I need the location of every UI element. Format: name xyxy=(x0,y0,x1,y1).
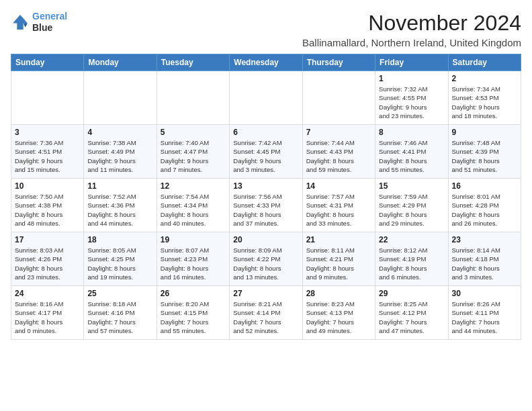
calendar-cell xyxy=(11,71,84,125)
svg-marker-0 xyxy=(13,15,28,30)
calendar-cell: 16Sunrise: 8:01 AM Sunset: 4:28 PM Dayli… xyxy=(448,179,521,232)
day-number: 18 xyxy=(87,235,152,244)
day-info: Sunrise: 8:11 AM Sunset: 4:21 PM Dayligh… xyxy=(306,246,371,281)
calendar-week-row: 24Sunrise: 8:16 AM Sunset: 4:17 PM Dayli… xyxy=(11,286,521,340)
day-number: 10 xyxy=(15,181,80,191)
weekday-header: Thursday xyxy=(302,54,375,71)
day-info: Sunrise: 7:38 AM Sunset: 4:49 PM Dayligh… xyxy=(87,138,152,174)
calendar-cell: 26Sunrise: 8:20 AM Sunset: 4:15 PM Dayli… xyxy=(157,286,229,340)
day-info: Sunrise: 7:42 AM Sunset: 4:45 PM Dayligh… xyxy=(233,138,298,174)
day-info: Sunrise: 7:34 AM Sunset: 4:53 PM Dayligh… xyxy=(452,85,517,120)
day-info: Sunrise: 8:23 AM Sunset: 4:13 PM Dayligh… xyxy=(306,300,371,335)
calendar-cell: 20Sunrise: 8:09 AM Sunset: 4:22 PM Dayli… xyxy=(230,232,302,286)
day-number: 16 xyxy=(452,181,517,191)
calendar-cell: 3Sunrise: 7:36 AM Sunset: 4:51 PM Daylig… xyxy=(11,125,84,179)
weekday-header: Wednesday xyxy=(230,54,302,71)
day-number: 8 xyxy=(379,128,444,137)
calendar-cell: 1Sunrise: 7:32 AM Sunset: 4:55 PM Daylig… xyxy=(375,71,448,125)
day-info: Sunrise: 8:05 AM Sunset: 4:25 PM Dayligh… xyxy=(87,246,152,281)
day-info: Sunrise: 7:52 AM Sunset: 4:36 PM Dayligh… xyxy=(87,192,152,228)
logo-icon xyxy=(11,13,30,32)
day-number: 15 xyxy=(379,181,444,191)
calendar-cell: 13Sunrise: 7:56 AM Sunset: 4:33 PM Dayli… xyxy=(230,179,302,232)
day-number: 6 xyxy=(233,128,298,137)
calendar-cell: 29Sunrise: 8:25 AM Sunset: 4:12 PM Dayli… xyxy=(375,286,448,340)
calendar-cell xyxy=(230,71,302,125)
day-number: 24 xyxy=(15,289,80,298)
calendar-cell xyxy=(302,71,375,125)
day-number: 30 xyxy=(452,289,517,298)
day-number: 11 xyxy=(87,181,152,191)
calendar-cell: 12Sunrise: 7:54 AM Sunset: 4:34 PM Dayli… xyxy=(157,179,229,232)
day-number: 12 xyxy=(161,181,226,191)
day-number: 27 xyxy=(233,289,298,298)
day-info: Sunrise: 7:57 AM Sunset: 4:31 PM Dayligh… xyxy=(306,192,371,228)
day-info: Sunrise: 8:14 AM Sunset: 4:18 PM Dayligh… xyxy=(452,246,517,281)
calendar-cell: 10Sunrise: 7:50 AM Sunset: 4:38 PM Dayli… xyxy=(11,179,84,232)
location-title: Ballinamallard, Northern Ireland, United… xyxy=(302,37,521,48)
day-info: Sunrise: 7:44 AM Sunset: 4:43 PM Dayligh… xyxy=(306,138,371,174)
day-info: Sunrise: 8:20 AM Sunset: 4:15 PM Dayligh… xyxy=(161,300,226,335)
day-info: Sunrise: 8:09 AM Sunset: 4:22 PM Dayligh… xyxy=(233,246,298,281)
day-info: Sunrise: 7:40 AM Sunset: 4:47 PM Dayligh… xyxy=(161,138,226,174)
calendar-cell: 5Sunrise: 7:40 AM Sunset: 4:47 PM Daylig… xyxy=(157,125,229,179)
weekday-header: Monday xyxy=(84,54,157,71)
day-number: 2 xyxy=(452,74,517,83)
day-number: 17 xyxy=(15,235,80,244)
weekday-header: Sunday xyxy=(11,54,84,71)
calendar-cell: 27Sunrise: 8:21 AM Sunset: 4:14 PM Dayli… xyxy=(230,286,302,340)
day-number: 1 xyxy=(379,74,444,83)
logo: General Blue xyxy=(11,11,67,34)
day-info: Sunrise: 8:12 AM Sunset: 4:19 PM Dayligh… xyxy=(379,246,444,281)
day-number: 7 xyxy=(306,128,371,137)
calendar-cell xyxy=(84,71,157,125)
day-number: 13 xyxy=(233,181,298,191)
day-info: Sunrise: 8:26 AM Sunset: 4:11 PM Dayligh… xyxy=(452,300,517,335)
calendar-cell: 11Sunrise: 7:52 AM Sunset: 4:36 PM Dayli… xyxy=(84,179,157,232)
svg-marker-1 xyxy=(24,23,28,27)
day-number: 9 xyxy=(452,128,517,137)
title-area: November 2024 Ballinamallard, Northern I… xyxy=(302,11,521,48)
day-info: Sunrise: 8:07 AM Sunset: 4:23 PM Dayligh… xyxy=(161,246,226,281)
day-number: 4 xyxy=(87,128,152,137)
calendar-cell: 8Sunrise: 7:46 AM Sunset: 4:41 PM Daylig… xyxy=(375,125,448,179)
calendar-week-row: 17Sunrise: 8:03 AM Sunset: 4:26 PM Dayli… xyxy=(11,232,521,286)
logo-text: General Blue xyxy=(32,11,67,34)
day-info: Sunrise: 8:18 AM Sunset: 4:16 PM Dayligh… xyxy=(87,300,152,335)
calendar-cell: 19Sunrise: 8:07 AM Sunset: 4:23 PM Dayli… xyxy=(157,232,229,286)
month-title: November 2024 xyxy=(302,11,521,36)
calendar-cell: 15Sunrise: 7:59 AM Sunset: 4:29 PM Dayli… xyxy=(375,179,448,232)
day-number: 26 xyxy=(161,289,226,298)
weekday-header: Tuesday xyxy=(157,54,229,71)
day-number: 28 xyxy=(306,289,371,298)
weekday-header: Saturday xyxy=(448,54,521,71)
calendar-cell: 21Sunrise: 8:11 AM Sunset: 4:21 PM Dayli… xyxy=(302,232,375,286)
weekday-row: SundayMondayTuesdayWednesdayThursdayFrid… xyxy=(11,54,521,71)
day-number: 19 xyxy=(161,235,226,244)
calendar-cell: 6Sunrise: 7:42 AM Sunset: 4:45 PM Daylig… xyxy=(230,125,302,179)
calendar-cell: 22Sunrise: 8:12 AM Sunset: 4:19 PM Dayli… xyxy=(375,232,448,286)
day-info: Sunrise: 8:01 AM Sunset: 4:28 PM Dayligh… xyxy=(452,192,517,228)
calendar-cell: 18Sunrise: 8:05 AM Sunset: 4:25 PM Dayli… xyxy=(84,232,157,286)
calendar-week-row: 10Sunrise: 7:50 AM Sunset: 4:38 PM Dayli… xyxy=(11,179,521,232)
calendar-cell: 9Sunrise: 7:48 AM Sunset: 4:39 PM Daylig… xyxy=(448,125,521,179)
calendar-cell: 14Sunrise: 7:57 AM Sunset: 4:31 PM Dayli… xyxy=(302,179,375,232)
day-number: 14 xyxy=(306,181,371,191)
day-info: Sunrise: 7:54 AM Sunset: 4:34 PM Dayligh… xyxy=(161,192,226,228)
day-number: 5 xyxy=(161,128,226,137)
day-info: Sunrise: 7:56 AM Sunset: 4:33 PM Dayligh… xyxy=(233,192,298,228)
day-number: 29 xyxy=(379,289,444,298)
day-number: 25 xyxy=(87,289,152,298)
day-number: 20 xyxy=(233,235,298,244)
calendar-week-row: 3Sunrise: 7:36 AM Sunset: 4:51 PM Daylig… xyxy=(11,125,521,179)
day-number: 23 xyxy=(452,235,517,244)
calendar-cell: 30Sunrise: 8:26 AM Sunset: 4:11 PM Dayli… xyxy=(448,286,521,340)
day-info: Sunrise: 7:50 AM Sunset: 4:38 PM Dayligh… xyxy=(15,192,80,228)
day-info: Sunrise: 7:36 AM Sunset: 4:51 PM Dayligh… xyxy=(15,138,80,174)
calendar-cell: 4Sunrise: 7:38 AM Sunset: 4:49 PM Daylig… xyxy=(84,125,157,179)
day-info: Sunrise: 8:21 AM Sunset: 4:14 PM Dayligh… xyxy=(233,300,298,335)
day-number: 21 xyxy=(306,235,371,244)
page-header: General Blue November 2024 Ballinamallar… xyxy=(11,11,521,48)
day-info: Sunrise: 8:16 AM Sunset: 4:17 PM Dayligh… xyxy=(15,300,80,335)
day-info: Sunrise: 8:03 AM Sunset: 4:26 PM Dayligh… xyxy=(15,246,80,281)
